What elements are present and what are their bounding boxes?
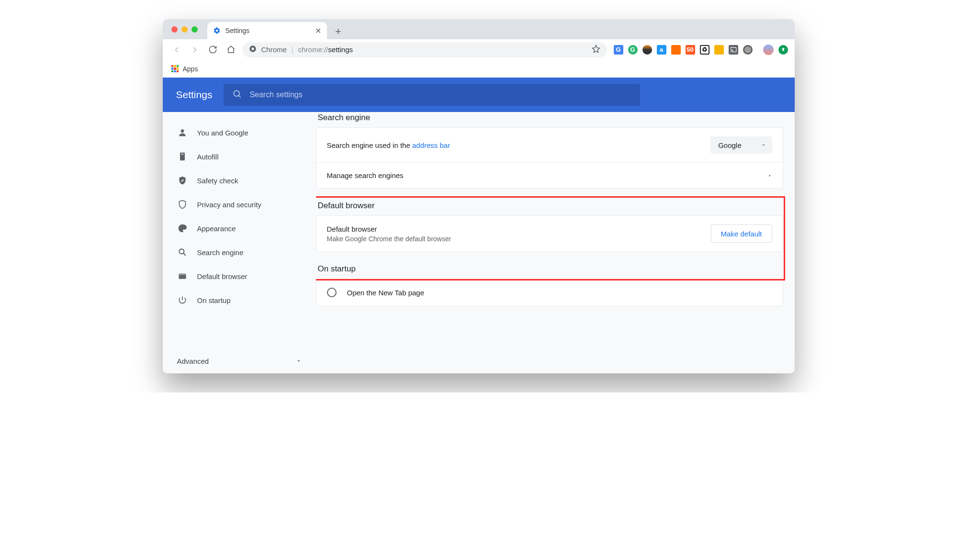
extension-recycle-icon[interactable]: ♻ [700, 45, 709, 55]
shield-icon [177, 199, 188, 210]
extension-grammarly-icon[interactable]: G [628, 45, 638, 55]
person-icon [177, 127, 188, 138]
traffic-lights [171, 26, 198, 33]
sidebar-item-safety-check[interactable]: Safety check [163, 168, 316, 192]
browser-window: Settings ✕ + Chrome | chrome://settings … [163, 19, 795, 373]
chevron-down-icon [296, 357, 302, 365]
startup-card: Open the New Tab page [316, 279, 783, 306]
profile-avatar[interactable] [763, 45, 774, 55]
extension-cast-icon[interactable] [729, 45, 738, 55]
extension-circle-icon[interactable] [743, 45, 753, 55]
default-browser-card: Default browser Make Google Chrome the d… [316, 215, 783, 252]
sidebar-item-default-browser[interactable]: Default browser [163, 264, 316, 288]
minimize-window-button[interactable] [181, 26, 188, 33]
extension-bookmark-icon[interactable] [714, 45, 724, 55]
search-icon [232, 89, 242, 101]
address-bar-link[interactable]: address bar [412, 141, 450, 149]
settings-main: Search engine Search engine used in the … [316, 112, 795, 373]
section-title-on-startup: On startup [316, 264, 783, 279]
sidebar-item-on-startup[interactable]: On startup [163, 288, 316, 312]
reload-button[interactable] [206, 43, 220, 57]
sidebar-advanced[interactable]: Advanced [163, 348, 316, 373]
radio-icon[interactable] [327, 288, 337, 297]
section-title-search-engine: Search engine [316, 113, 783, 127]
bookmark-star-icon[interactable] [592, 45, 600, 55]
chrome-icon [249, 45, 257, 54]
address-bar[interactable]: Chrome | chrome://settings [242, 42, 607, 57]
clipboard-icon [177, 151, 188, 162]
search-engine-row: Search engine used in the address bar Go… [316, 128, 783, 163]
close-tab-icon[interactable]: ✕ [315, 26, 321, 35]
settings-search-input[interactable] [248, 90, 631, 100]
settings-sidebar: You and Google Autofill Safety check Pri… [163, 112, 316, 373]
extension-similarweb-icon[interactable] [642, 45, 652, 55]
svg-rect-6 [179, 273, 186, 275]
apps-grid-icon[interactable] [171, 65, 179, 73]
extension-analytics-icon[interactable] [671, 45, 681, 55]
bookmarks-bar: Apps [163, 60, 795, 78]
default-browser-row: Default browser Make Google Chrome the d… [316, 216, 783, 251]
browser-toolbar: Chrome | chrome://settings G G a 50 ♻ [163, 39, 795, 60]
svg-point-4 [179, 249, 184, 254]
section-title-default-browser: Default browser [316, 201, 783, 215]
sidebar-item-privacy[interactable]: Privacy and security [163, 192, 316, 216]
sidebar-item-you-and-google[interactable]: You and Google [163, 121, 316, 145]
startup-option-new-tab[interactable]: Open the New Tab page [316, 279, 783, 306]
make-default-button[interactable]: Make default [711, 224, 772, 243]
chevron-right-icon [767, 173, 772, 179]
content-area: You and Google Autofill Safety check Pri… [163, 112, 795, 373]
search-icon [177, 247, 188, 258]
new-tab-button[interactable]: + [331, 24, 346, 39]
close-window-button[interactable] [171, 26, 178, 33]
manage-search-engines-row[interactable]: Manage search engines [316, 163, 783, 188]
chevron-down-icon [761, 142, 766, 148]
extension-seo-icon[interactable]: 50 [686, 45, 695, 55]
forward-button[interactable] [188, 43, 202, 57]
settings-header: Settings [163, 78, 795, 112]
tab-strip: Settings ✕ + [163, 19, 795, 39]
svg-point-1 [251, 47, 254, 50]
browser-tab-settings[interactable]: Settings ✕ [207, 22, 327, 39]
browser-icon [177, 271, 188, 281]
palette-icon [177, 223, 188, 234]
search-engine-select[interactable]: Google [710, 136, 772, 154]
back-button[interactable] [169, 43, 184, 57]
extension-ahrefs-icon[interactable]: a [657, 45, 666, 55]
gear-icon [213, 27, 221, 34]
maximize-window-button[interactable] [191, 26, 198, 33]
svg-point-3 [180, 129, 184, 133]
page-title: Settings [176, 89, 213, 101]
tab-title: Settings [225, 27, 250, 34]
sidebar-item-autofill[interactable]: Autofill [163, 145, 316, 168]
search-engine-card: Search engine used in the address bar Go… [316, 127, 783, 189]
update-available-icon[interactable] [778, 45, 788, 55]
apps-bookmark[interactable]: Apps [183, 65, 198, 73]
svg-point-2 [234, 90, 240, 96]
power-icon [177, 295, 188, 305]
omnibox-origin: Chrome [261, 45, 287, 54]
home-button[interactable] [224, 43, 238, 57]
extensions-row: G G a 50 ♻ [614, 45, 788, 55]
sidebar-item-appearance[interactable]: Appearance [163, 216, 316, 240]
shield-check-icon [177, 175, 188, 186]
extension-translate-icon[interactable]: G [614, 45, 623, 55]
sidebar-item-search-engine[interactable]: Search engine [163, 240, 316, 264]
settings-search[interactable] [224, 84, 640, 106]
